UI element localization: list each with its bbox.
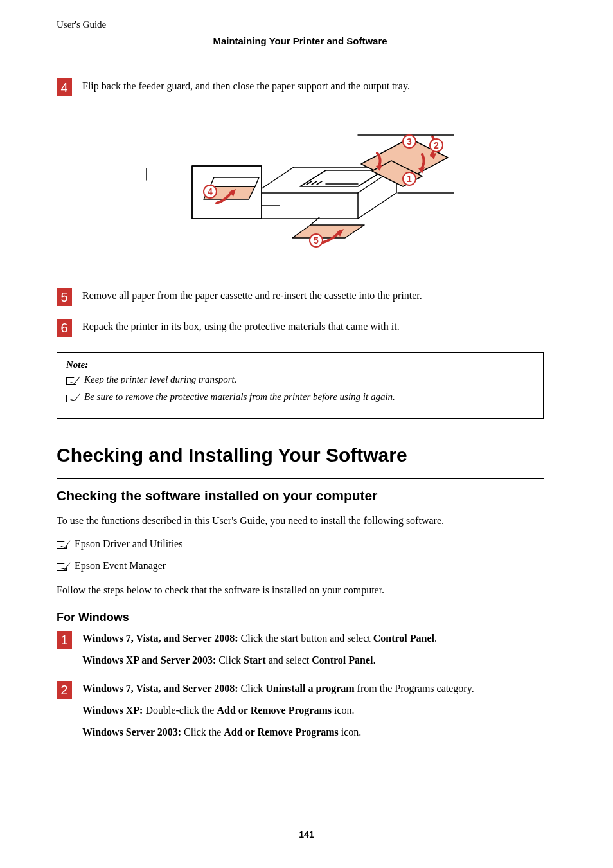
heading-1: Checking and Installing Your Software (57, 444, 544, 466)
printer-illustration: 1 2 3 4 5 (146, 109, 454, 270)
win-step-number-2: 2 (57, 681, 72, 699)
bullet-icon (66, 395, 76, 402)
heading-2: Checking the software installed on your … (57, 478, 544, 503)
note-item: Keep the printer level during transport. (84, 374, 236, 385)
software-item: Epson Event Manager (75, 560, 166, 572)
step-text-5: Remove all paper from the paper cassette… (82, 288, 544, 303)
intro-paragraph: To use the functions described in this U… (57, 512, 544, 529)
svg-text:5: 5 (314, 235, 319, 246)
running-header-guide: User's Guide (57, 19, 544, 30)
software-item: Epson Driver and Utilities (75, 538, 182, 550)
win-step-text-1: Windows 7, Vista, and Server 2008: Click… (82, 631, 544, 668)
step-text-6: Repack the printer in its box, using the… (82, 319, 544, 334)
svg-marker-12 (292, 225, 364, 238)
heading-3: For Windows (57, 611, 544, 624)
bullet-icon (57, 563, 67, 571)
step-number-6: 6 (57, 319, 72, 337)
win-step-text-2: Windows 7, Vista, and Server 2008: Click… (82, 681, 544, 740)
step-number-5: 5 (57, 288, 72, 306)
follow-paragraph: Follow the steps below to check that the… (57, 582, 544, 599)
note-box: Note: Keep the printer level during tran… (57, 352, 544, 419)
svg-marker-17 (210, 177, 259, 186)
page-number: 141 (0, 829, 613, 840)
svg-text:1: 1 (407, 174, 412, 184)
step-text-4: Flip back the feeder guard, and then clo… (82, 78, 544, 94)
note-label: Note: (66, 359, 534, 370)
step-number-4: 4 (57, 78, 72, 96)
svg-text:2: 2 (434, 140, 439, 150)
svg-text:4: 4 (208, 186, 213, 197)
bullet-icon (57, 541, 67, 549)
win-step-number-1: 1 (57, 631, 72, 649)
svg-text:3: 3 (407, 136, 412, 147)
running-header-section: Maintaining Your Printer and Software (57, 35, 544, 46)
bullet-icon (66, 377, 76, 385)
note-item: Be sure to remove the protective materia… (84, 392, 395, 402)
